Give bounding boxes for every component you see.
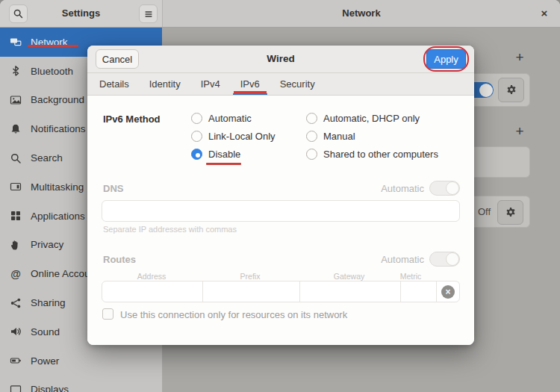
dialog-title: Wired — [87, 53, 474, 64]
delete-icon: × — [445, 287, 450, 296]
displays-icon — [10, 384, 22, 392]
privacy-icon — [10, 239, 22, 251]
routes-label: Routes — [103, 254, 136, 265]
proxy-settings-button[interactable] — [497, 200, 523, 225]
titlebar-left: Settings — [0, 0, 163, 27]
online-accounts-icon: @ — [10, 268, 22, 280]
apply-label: Apply — [434, 54, 458, 65]
routes-automatic-label: Automatic — [335, 254, 424, 265]
radio-label: Manual — [323, 131, 355, 142]
dns-automatic-toggle[interactable] — [429, 181, 460, 196]
radio-circle — [306, 131, 317, 142]
network-icon — [10, 36, 22, 48]
dns-input[interactable] — [102, 200, 460, 222]
annotation-ipv6-underline — [234, 91, 267, 93]
radio-circle — [191, 131, 202, 142]
annotation-disable-underline — [206, 163, 241, 165]
sidebar-item-power[interactable]: Power — [0, 346, 162, 376]
multitasking-icon — [10, 181, 22, 193]
gear-icon — [505, 84, 517, 96]
sidebar-item-label: Search — [31, 152, 63, 164]
radio-shared-to-other-computers[interactable]: Shared to other computers — [306, 149, 438, 160]
wired-dialog: Cancel Wired Apply Details Identity IPv4… — [87, 46, 474, 345]
routes-row: × — [102, 281, 460, 302]
routes-col-metric: Metric — [386, 272, 435, 281]
bluetooth-icon — [10, 65, 22, 77]
dns-helper-text: Separate IP addresses with commas — [103, 225, 237, 234]
radio-automatic[interactable]: Automatic — [191, 113, 252, 124]
radio-manual[interactable]: Manual — [306, 131, 355, 142]
dialog-header: Cancel Wired Apply — [87, 46, 474, 73]
route-delete-button[interactable]: × — [441, 285, 455, 299]
route-metric-input[interactable] — [400, 281, 436, 302]
applications-icon — [10, 210, 22, 222]
titlebar: Settings Network × — [0, 0, 560, 28]
settings-window: Settings Network × Network Bluetooth Bac… — [0, 0, 560, 392]
sidebar-item-displays[interactable]: Displays — [0, 376, 162, 392]
proxy-status: Off — [478, 206, 491, 217]
sidebar-item-label: Background — [31, 94, 84, 105]
radio-label: Automatic, DHCP only — [323, 113, 420, 124]
radio-circle — [191, 113, 202, 124]
gear-icon — [505, 207, 517, 218]
sidebar-item-label: Power — [31, 355, 59, 367]
radio-label: Link-Local Only — [208, 131, 276, 142]
routes-col-prefix: Prefix — [202, 272, 299, 281]
tab-ipv4[interactable]: IPv4 — [201, 73, 220, 95]
tab-ipv6[interactable]: IPv6 — [240, 73, 260, 95]
sidebar-item-label: Notifications — [31, 123, 86, 134]
dialog-content: IPv6 Method Automatic Link-Local Only Di… — [87, 96, 474, 345]
sidebar-item-label: Applications — [31, 211, 85, 222]
sidebar-item-label: Sound — [31, 326, 60, 337]
dialog-tabbar: Details Identity IPv4 IPv6 Security — [87, 73, 474, 96]
add-connection-button[interactable]: + — [512, 49, 527, 66]
radio-label: Disable — [208, 149, 240, 160]
sidebar-item-label: Displays — [31, 384, 69, 392]
sidebar-item-label: Bluetooth — [31, 66, 73, 77]
routes-col-address: Address — [102, 272, 202, 281]
route-address-input[interactable] — [102, 281, 202, 302]
add-vpn-button[interactable]: + — [512, 123, 527, 140]
sharing-icon — [10, 297, 22, 309]
annotation-network-underline — [28, 45, 78, 47]
cell-divider — [436, 281, 437, 302]
hamburger-icon — [143, 9, 154, 19]
checkbox[interactable] — [102, 308, 113, 320]
footer-checkbox-row[interactable]: Use this connection only for resources o… — [87, 308, 474, 323]
background-icon — [10, 94, 22, 106]
sound-icon — [10, 326, 22, 337]
radio-label: Shared to other computers — [323, 149, 438, 160]
route-gateway-input[interactable] — [299, 281, 400, 302]
notifications-icon — [10, 123, 22, 135]
routes-automatic-toggle[interactable] — [429, 252, 460, 267]
tab-identity[interactable]: Identity — [149, 73, 181, 95]
radio-link-local-only[interactable]: Link-Local Only — [191, 131, 276, 142]
power-icon — [10, 355, 22, 367]
ipv6-method-label: IPv6 Method — [103, 113, 161, 125]
routes-col-gateway: Gateway — [299, 272, 399, 281]
window-title: Settings — [0, 7, 162, 19]
close-icon[interactable]: × — [538, 7, 551, 19]
menu-button[interactable] — [139, 4, 158, 23]
route-prefix-input[interactable] — [202, 281, 299, 302]
radio-circle — [306, 113, 317, 124]
radio-circle — [306, 149, 317, 160]
radio-automatic-dhcp-only[interactable]: Automatic, DHCP only — [306, 113, 420, 124]
dns-label: DNS — [103, 183, 123, 194]
radio-circle-checked — [191, 149, 202, 160]
tab-security[interactable]: Security — [280, 73, 315, 95]
wired-settings-button[interactable] — [498, 78, 524, 102]
titlebar-right: Network × — [163, 0, 560, 27]
radio-label: Automatic — [208, 113, 252, 124]
sidebar-item-label: Privacy — [31, 239, 63, 250]
tab-details[interactable]: Details — [99, 73, 129, 95]
sidebar-item-label: Sharing — [31, 297, 66, 308]
radio-disable[interactable]: Disable — [191, 149, 240, 160]
sidebar-item-label: Multitasking — [31, 181, 84, 193]
toggle-knob — [446, 252, 459, 266]
search-icon — [10, 152, 22, 164]
dns-automatic-label: Automatic — [335, 183, 424, 194]
apply-button[interactable]: Apply — [426, 49, 466, 69]
panel-title: Network — [163, 7, 560, 19]
checkbox-label: Use this connection only for resources o… — [120, 309, 347, 320]
